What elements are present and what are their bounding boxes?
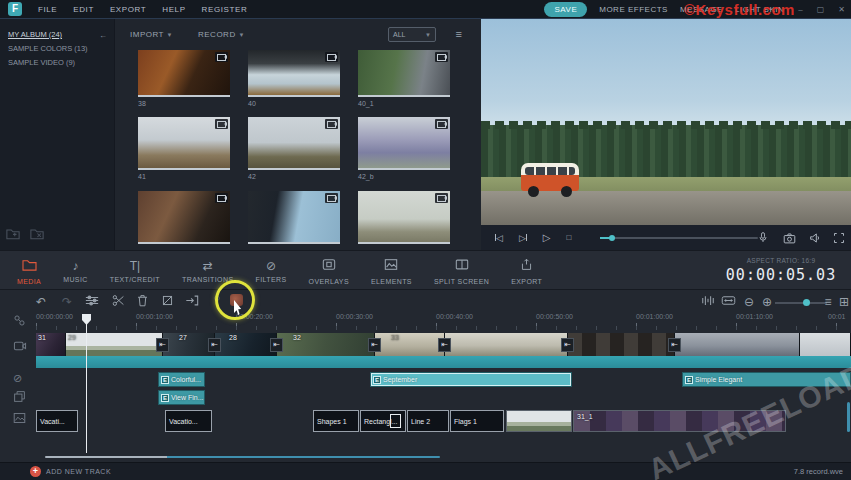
grid-view-icon[interactable]: ⊞ [836, 294, 851, 310]
fullscreen-icon[interactable] [833, 232, 845, 244]
video-clip-icon [215, 193, 228, 203]
tab-export[interactable]: EXPORT [500, 251, 553, 291]
microphone-icon[interactable] [757, 231, 769, 244]
video-clip[interactable] [568, 333, 675, 356]
vertical-scrollbar[interactable] [847, 402, 850, 432]
zoom-out-icon[interactable]: ⊖ [741, 294, 757, 310]
delete-album-icon[interactable] [30, 226, 44, 244]
volume-icon[interactable] [809, 232, 822, 244]
list-view-icon[interactable]: ≡ [456, 28, 462, 41]
pip-video-clip[interactable] [506, 410, 572, 432]
media-thumbnail[interactable] [138, 191, 230, 244]
element-clip[interactable]: Line 2 [407, 410, 449, 432]
transition-icon[interactable]: ⇤ [156, 338, 169, 352]
previous-frame-icon[interactable]: ◁ [495, 233, 503, 243]
media-thumbnail[interactable] [358, 191, 450, 244]
media-thumbnail[interactable] [138, 117, 230, 170]
element-clip[interactable]: Vacati... [36, 410, 78, 432]
zoom-to-fit-icon[interactable] [700, 294, 716, 310]
next-frame-icon[interactable]: ▷ [519, 233, 527, 243]
split-scissors-icon[interactable] [110, 294, 126, 310]
ruler-minor-ticks[interactable] [36, 326, 851, 330]
import-button[interactable]: IMPORT ▼ [130, 30, 173, 39]
media-thumbnail[interactable] [358, 50, 450, 97]
elements-track-icon[interactable] [13, 412, 26, 426]
media-thumbnail[interactable] [358, 117, 450, 170]
audio-waveform-strip[interactable] [36, 356, 851, 368]
seek-slider[interactable] [600, 237, 758, 239]
preview-controls: ◁ ▷ ▷ □ [481, 225, 851, 250]
video-clip[interactable] [445, 333, 568, 356]
fit-timeline-icon[interactable] [720, 294, 736, 310]
menu-help[interactable]: HELP [162, 5, 185, 14]
video-clip[interactable]: 32 [277, 333, 375, 356]
video-clip[interactable]: 29 [66, 333, 163, 356]
save-button[interactable]: SAVE [544, 2, 587, 17]
transition-icon[interactable]: ⇤ [668, 338, 681, 352]
media-thumbnail[interactable] [248, 50, 340, 97]
zoom-in-icon[interactable]: ⊕ [759, 294, 775, 310]
element-clip[interactable]: Vacatio... [165, 410, 212, 432]
play-icon[interactable]: ▷ [543, 233, 551, 243]
sidebar-item-sample-video[interactable]: SAMPLE VIDEO (9) [8, 58, 114, 67]
tab-elements[interactable]: ELEMENTS [360, 251, 423, 291]
transition-icon[interactable]: ⇤ [438, 338, 451, 352]
effects-track-icon[interactable]: ⊘ [13, 372, 22, 385]
menu-edit[interactable]: EDIT [73, 5, 94, 14]
record-button[interactable]: RECORD ▼ [198, 30, 245, 39]
text-clip[interactable]: E View Fin... [158, 390, 205, 405]
tab-split-screen[interactable]: SPLIT SCREEN [423, 251, 500, 291]
element-clip[interactable]: Flags 1 [450, 410, 504, 432]
video-track-icon[interactable] [13, 340, 27, 354]
media-thumbnail[interactable] [138, 50, 230, 97]
horizontal-scrollbar[interactable] [45, 456, 440, 458]
pip-track-icon[interactable] [13, 390, 26, 405]
add-new-track-button[interactable]: + ADD NEW TRACK [30, 466, 111, 477]
export-to-timeline-icon[interactable] [184, 294, 200, 310]
tab-music[interactable]: ♪ MUSIC [52, 251, 99, 291]
tab-overlays[interactable]: OVERLAYS [298, 251, 360, 291]
element-clip[interactable]: Shapes 1 [313, 410, 359, 432]
add-album-icon[interactable] [6, 226, 20, 244]
tab-media[interactable]: MEDIA [6, 251, 52, 291]
menu-register[interactable]: REGISTER [202, 5, 248, 14]
element-clip[interactable]: Rectangl... [360, 410, 406, 432]
stop-icon[interactable]: □ [567, 233, 572, 243]
snapshot-camera-icon[interactable] [783, 232, 796, 244]
menu-export[interactable]: EXPORT [110, 5, 146, 14]
video-clip[interactable]: 33 [375, 333, 445, 356]
crop-icon[interactable] [159, 294, 175, 310]
link-clips-icon[interactable] [13, 314, 26, 329]
media-thumbnail[interactable] [248, 191, 340, 244]
more-effects-button[interactable]: MORE EFFECTS [599, 5, 668, 14]
video-clip[interactable] [800, 333, 851, 356]
video-clip[interactable]: 31 [36, 333, 66, 356]
transition-icon[interactable]: ⇤ [368, 338, 381, 352]
media-filter-select[interactable]: ALL▼ [388, 27, 436, 42]
track-manager-icon[interactable]: ≡ [820, 294, 836, 310]
menu-file[interactable]: FILE [38, 5, 57, 14]
text-clip[interactable]: E September [370, 372, 572, 387]
media-thumbnail[interactable] [248, 117, 340, 170]
video-clip[interactable]: 28 [215, 333, 277, 356]
transition-icon[interactable]: ⇤ [270, 338, 283, 352]
adjust-sliders-icon[interactable] [84, 294, 100, 310]
collapse-sidebar-icon[interactable]: ← [99, 31, 107, 40]
undo-icon[interactable]: ↶ [33, 294, 49, 310]
tab-text-credit[interactable]: T| TEXT/CREDIT [99, 251, 171, 291]
playhead-line[interactable] [86, 316, 87, 453]
close-icon[interactable]: ✕ [838, 5, 845, 14]
delete-trash-icon[interactable] [134, 294, 150, 310]
redo-icon[interactable]: ↷ [59, 294, 75, 310]
media-library-panel: IMPORT ▼ RECORD ▼ ALL▼ ≡ 38 40 40_1 41 4… [116, 19, 480, 250]
preview-video[interactable] [481, 19, 851, 225]
minimize-icon[interactable]: – [798, 5, 802, 14]
text-clip-icon: E [161, 394, 169, 402]
transition-icon[interactable]: ⇤ [561, 338, 574, 352]
maximize-icon[interactable]: ▢ [817, 5, 825, 14]
video-clip[interactable] [675, 333, 800, 356]
transition-icon[interactable]: ⇤ [208, 338, 221, 352]
sidebar-item-sample-colors[interactable]: SAMPLE COLORS (13) [8, 44, 114, 53]
text-clip[interactable]: E Colorful... [158, 372, 205, 387]
tab-filters[interactable]: ⊘ FILTERS [245, 251, 298, 291]
